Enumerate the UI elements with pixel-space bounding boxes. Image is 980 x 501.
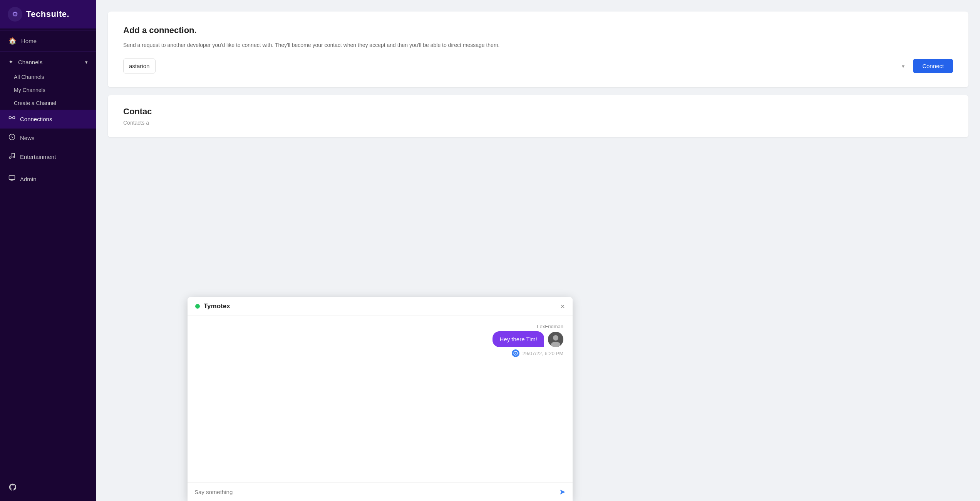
contacts-card: Contac Contacts a <box>108 95 968 137</box>
sidebar-item-github[interactable] <box>0 478 96 501</box>
username-select-wrapper: astarion <box>123 58 909 73</box>
chat-footer: ➤ <box>188 482 573 501</box>
admin-icon <box>8 175 15 184</box>
chat-sender-name: LexFridman <box>537 324 563 329</box>
sidebar-item-connections[interactable]: Connections <box>0 110 96 129</box>
sidebar-divider-1 <box>0 30 96 30</box>
sidebar: ⚙ Techsuite. 🏠 Home ✦ Channels ▾ All Cha… <box>0 0 96 501</box>
home-icon: 🏠 <box>8 37 17 45</box>
contacts-description: Contacts a <box>123 120 953 126</box>
chat-input[interactable] <box>194 489 554 495</box>
connection-form-row: astarion Connect <box>123 58 953 73</box>
svg-rect-5 <box>9 175 15 180</box>
svg-rect-0 <box>9 117 11 119</box>
contacts-title: Contac <box>123 107 953 117</box>
sidebar-item-my-channels[interactable]: My Channels <box>0 84 96 97</box>
github-icon <box>8 483 17 493</box>
chat-timestamp-row: 29/07/22, 6:20 PM <box>512 349 563 357</box>
username-select[interactable]: astarion <box>123 58 156 73</box>
channels-icon: ✦ <box>8 58 13 65</box>
sidebar-divider-3 <box>0 168 96 168</box>
chat-bubble: Hey there Tim! <box>493 331 544 347</box>
chat-body: LexFridman Hey there Tim! 29/07/22, 6:20… <box>188 316 573 482</box>
connect-button[interactable]: Connect <box>913 59 953 73</box>
chat-close-button[interactable]: × <box>560 302 565 310</box>
sidebar-item-admin-label: Admin <box>20 176 37 182</box>
svg-point-3 <box>9 157 11 159</box>
entertainment-icon <box>8 152 15 161</box>
chat-username: Tymotex <box>204 302 230 310</box>
sidebar-item-connections-label: Connections <box>20 116 52 122</box>
svg-rect-1 <box>13 117 15 119</box>
logo-area: ⚙ Techsuite. <box>0 0 96 28</box>
chat-avatar <box>548 332 563 347</box>
chat-bubble-row: Hey there Tim! <box>493 331 563 347</box>
send-icon: ➤ <box>559 487 566 496</box>
connections-icon <box>8 115 15 124</box>
sidebar-item-admin[interactable]: Admin <box>0 170 96 189</box>
news-icon <box>8 134 15 142</box>
chat-overlay: Tymotex × LexFridman Hey there Tim! <box>188 297 573 501</box>
svg-point-7 <box>553 335 558 341</box>
logo-icon: ⚙ <box>8 7 22 22</box>
add-connection-card: Add a connection. Send a request to anot… <box>108 12 968 87</box>
sidebar-item-news-label: News <box>20 135 35 141</box>
sidebar-item-entertainment-label: Entertainment <box>20 154 56 160</box>
sidebar-item-entertainment[interactable]: Entertainment <box>0 147 96 166</box>
chevron-down-icon: ▾ <box>85 59 88 65</box>
timestamp-icon <box>512 349 519 357</box>
chat-header-left: Tymotex <box>195 302 230 310</box>
sidebar-item-all-channels[interactable]: All Channels <box>0 70 96 84</box>
sidebar-item-home-label: Home <box>21 38 37 44</box>
sidebar-item-channels[interactable]: ✦ Channels ▾ <box>0 53 96 70</box>
add-connection-description: Send a request to another developer you'… <box>123 41 953 49</box>
add-connection-title: Add a connection. <box>123 25 953 35</box>
sidebar-item-create-channel[interactable]: Create a Channel <box>0 97 96 110</box>
chat-timestamp: 29/07/22, 6:20 PM <box>523 351 563 356</box>
chat-message-group: LexFridman Hey there Tim! 29/07/22, 6:20… <box>197 324 563 357</box>
online-status-dot <box>195 304 200 309</box>
svg-point-4 <box>13 156 15 158</box>
chat-header: Tymotex × <box>188 297 573 316</box>
sidebar-item-home[interactable]: 🏠 Home <box>0 32 96 50</box>
sidebar-item-news[interactable]: News <box>0 129 96 147</box>
sidebar-divider-2 <box>0 52 96 52</box>
sidebar-item-channels-label: Channels <box>18 59 42 65</box>
logo-text: Techsuite. <box>26 9 69 19</box>
chat-send-button[interactable]: ➤ <box>559 487 566 496</box>
